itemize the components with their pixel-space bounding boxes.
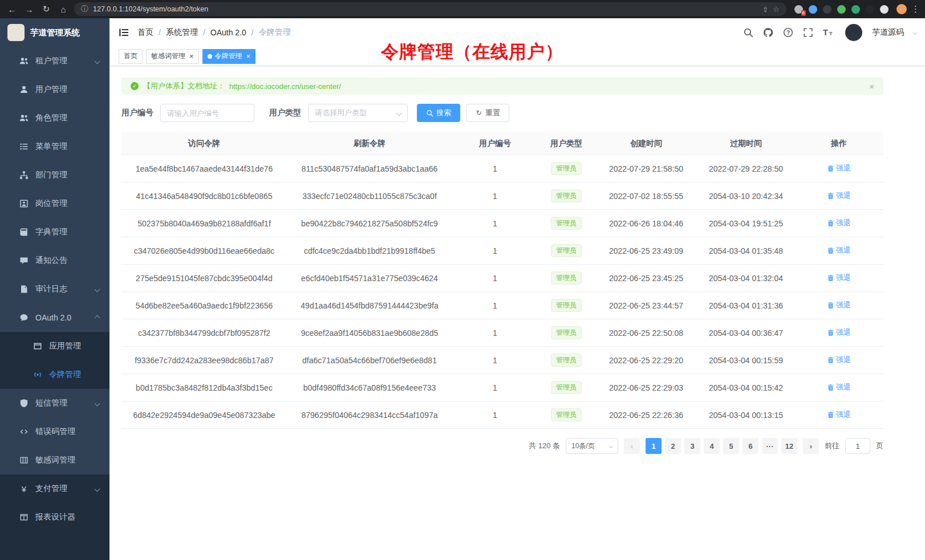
extension-green-icon[interactable]	[837, 5, 846, 14]
sidebar-item-audit-log[interactable]: 审计日志	[0, 275, 109, 303]
sidebar-item-dict[interactable]: 字典管理	[0, 218, 109, 246]
extension-blue-icon[interactable]	[809, 5, 817, 14]
share-icon[interactable]: ⇧	[762, 5, 768, 14]
sidebar-item-user[interactable]: 用户管理	[0, 75, 109, 104]
extension-grid-icon[interactable]: 6	[794, 5, 803, 14]
user-avatar[interactable]	[845, 24, 862, 41]
sidebar-item-menu[interactable]: 菜单管理	[0, 132, 109, 161]
sidebar-item-report-designer[interactable]: 报表设计器	[0, 503, 109, 531]
sidebar-item-role[interactable]: 角色管理	[0, 104, 109, 132]
alert-doc-link[interactable]: https://doc.iocoder.cn/user-center/	[229, 82, 341, 91]
sidebar-item-label: 岗位管理	[35, 198, 67, 209]
fullscreen-icon[interactable]	[803, 27, 813, 38]
yen-icon: ¥	[19, 484, 29, 493]
github-icon[interactable]	[763, 27, 773, 38]
users-icon	[19, 56, 29, 66]
sidebar-item-notice[interactable]: 通知公告	[0, 246, 109, 275]
page-button-4[interactable]: 4	[704, 438, 720, 454]
page-button-2[interactable]: 2	[665, 438, 681, 454]
user-id-input[interactable]	[160, 104, 254, 122]
prev-page-button[interactable]: ‹	[624, 438, 640, 454]
sidebar-item-error-code[interactable]: 错误码管理	[0, 417, 109, 446]
browser-menu-icon[interactable]: ⋮	[911, 4, 919, 14]
force-logout-button[interactable]: 强退	[827, 163, 851, 173]
sidebar-item-tenant[interactable]: 租户管理	[0, 47, 109, 75]
force-logout-button[interactable]: 强退	[827, 327, 851, 338]
goto-page-input[interactable]	[845, 438, 870, 454]
table-row: 6d842e2924594de9a09e45e087323abe8796295f…	[121, 401, 883, 429]
cell-created-at: 2022-06-25 22:29:03	[595, 383, 697, 392]
cell-refresh-token: cdfc4ce9c2da4bb1bdf21b9918ff4be5	[287, 246, 452, 255]
page-button-1[interactable]: 1	[646, 438, 662, 454]
column-header: 创建时间	[595, 139, 697, 149]
bookmark-star-icon[interactable]: ☆	[773, 5, 780, 14]
browser-reload-icon[interactable]: ↻	[40, 4, 52, 14]
user-name[interactable]: 芋道源码	[872, 27, 904, 38]
alert-close-icon[interactable]: ×	[869, 82, 874, 91]
tab-close-icon[interactable]: ×	[246, 52, 251, 60]
search-button[interactable]: 搜索	[417, 104, 460, 122]
token-table: 访问令牌刷新令牌用户编号用户类型创建时间过期时间操作 1ea5e44f8bc14…	[121, 132, 883, 429]
force-logout-button[interactable]: 强退	[827, 382, 851, 392]
page-button-3[interactable]: 3	[684, 438, 700, 454]
chevron-down-icon[interactable]	[913, 30, 917, 34]
force-logout-button[interactable]: 强退	[827, 190, 851, 201]
sidebar-item-dept[interactable]: 部门管理	[0, 161, 109, 189]
force-logout-button[interactable]: 强退	[827, 245, 851, 255]
next-page-button[interactable]: ›	[803, 438, 819, 454]
browser-forward-icon[interactable]: →	[23, 5, 35, 14]
cell-actions: 强退	[794, 163, 883, 174]
extension-dark-icon[interactable]	[823, 5, 831, 14]
address-bar[interactable]: ⓘ 127.0.0.1:1024/system/oauth2/token ⇧ ☆	[74, 2, 786, 16]
trash-icon	[827, 384, 834, 391]
extension-teal-icon[interactable]	[851, 5, 860, 14]
user-type-select[interactable]: 请选择用户类型	[308, 104, 408, 122]
tab-token[interactable]: 令牌管理×	[202, 49, 256, 64]
table-row: c347026e805e4d99b0d116eae66eda8ccdfc4ce9…	[121, 237, 883, 265]
sidebar-item-sensitive-word[interactable]: 敏感词管理	[0, 446, 109, 474]
force-logout-button[interactable]: 强退	[827, 409, 851, 420]
cell-access-token: 54d6be82ee5a460a9aedc1f9bf223656	[121, 301, 287, 310]
breadcrumb-item[interactable]: 系统管理	[166, 27, 198, 38]
user-type-badge: 管理员	[551, 408, 582, 421]
cell-actions: 强退	[794, 218, 883, 229]
page-button-6[interactable]: 6	[743, 438, 758, 454]
tab-sensitive-word[interactable]: 敏感词管理×	[146, 49, 199, 64]
breadcrumb-item[interactable]: OAuth 2.0	[210, 28, 246, 37]
sidebar-item-pay[interactable]: ¥支付管理	[0, 474, 109, 503]
help-icon[interactable]: ?	[783, 27, 793, 38]
force-logout-button[interactable]: 强退	[827, 273, 851, 283]
extension-light-icon[interactable]	[880, 5, 889, 14]
page-size-select[interactable]: 10条/页	[566, 438, 618, 454]
force-logout-button[interactable]: 强退	[827, 355, 851, 365]
force-logout-label: 强退	[836, 355, 851, 365]
extension-black-icon[interactable]	[866, 5, 874, 14]
force-logout-button[interactable]: 强退	[827, 300, 851, 310]
font-size-icon[interactable]: TT	[823, 27, 833, 38]
tab-close-icon[interactable]: ×	[189, 52, 194, 60]
hamburger-icon[interactable]	[118, 27, 129, 38]
chevron-up-icon	[95, 315, 100, 320]
trash-icon	[827, 274, 834, 282]
page-ellipsis-button[interactable]: ···	[762, 438, 778, 454]
page-button-12[interactable]: 12	[781, 438, 797, 454]
site-info-icon[interactable]: ⓘ	[81, 4, 88, 14]
search-icon[interactable]	[743, 27, 753, 38]
breadcrumb-item: 令牌管理	[259, 27, 291, 38]
breadcrumb-item[interactable]: 首页	[137, 27, 153, 38]
sidebar-item-oauth2-token[interactable]: 令牌管理	[0, 360, 109, 389]
reset-button[interactable]: ↻ 重置	[466, 104, 509, 122]
browser-home-icon[interactable]: ⌂	[57, 5, 70, 14]
browser-back-icon[interactable]: ←	[6, 5, 18, 14]
sidebar-item-oauth2[interactable]: OAuth 2.0	[0, 303, 109, 332]
sidebar-item-post[interactable]: 岗位管理	[0, 189, 109, 218]
sidebar-item-label: 通知公告	[35, 255, 67, 266]
page-button-5[interactable]: 5	[723, 438, 739, 454]
sidebar-item-sms[interactable]: 短信管理	[0, 389, 109, 417]
sidebar-item-oauth2-app[interactable]: 应用管理	[0, 332, 109, 360]
force-logout-button[interactable]: 强退	[827, 218, 851, 228]
cell-user-id: 1	[452, 356, 538, 365]
browser-profile-avatar[interactable]	[896, 4, 907, 14]
tab-label: 首页	[124, 51, 137, 61]
tab-home[interactable]: 首页	[119, 49, 143, 64]
